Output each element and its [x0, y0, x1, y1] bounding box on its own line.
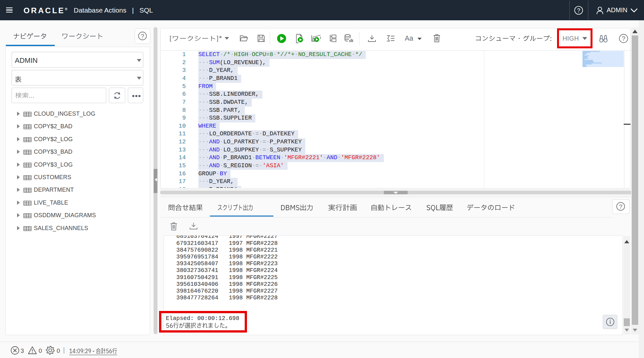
- svg-text:?: ?: [619, 203, 622, 210]
- svg-text:?: ?: [577, 7, 580, 14]
- svg-text:?: ?: [622, 35, 625, 42]
- svg-text:?: ?: [141, 33, 144, 40]
